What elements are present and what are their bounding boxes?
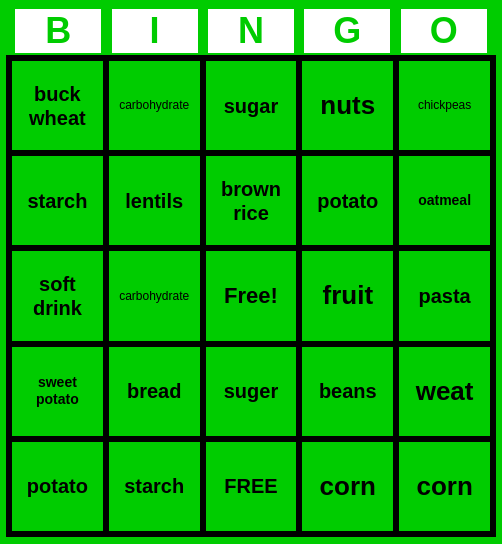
cell-4-1: starch xyxy=(106,439,203,534)
bingo-card: BINGO buck wheatcarbohydratesugarnutschi… xyxy=(6,7,496,537)
cell-4-3: corn xyxy=(299,439,396,534)
cell-0-1: carbohydrate xyxy=(106,58,203,153)
cell-4-0: potato xyxy=(9,439,106,534)
cell-4-4: corn xyxy=(396,439,493,534)
cell-3-2: suger xyxy=(203,344,300,439)
cell-4-2: FREE xyxy=(203,439,300,534)
cell-2-3: fruit xyxy=(299,248,396,343)
cell-0-3: nuts xyxy=(299,58,396,153)
cell-1-2: brown rice xyxy=(203,153,300,248)
cell-0-0: buck wheat xyxy=(9,58,106,153)
header-letter: N xyxy=(208,9,294,53)
cell-2-2: Free! xyxy=(203,248,300,343)
cell-1-3: potato xyxy=(299,153,396,248)
cell-1-4: oatmeal xyxy=(396,153,493,248)
bingo-grid: buck wheatcarbohydratesugarnutschickpeas… xyxy=(6,55,496,537)
header-letter: I xyxy=(112,9,198,53)
cell-3-3: beans xyxy=(299,344,396,439)
cell-0-2: sugar xyxy=(203,58,300,153)
cell-2-0: soft drink xyxy=(9,248,106,343)
header-letter: B xyxy=(15,9,101,53)
cell-3-0: sweet potato xyxy=(9,344,106,439)
header-letter: G xyxy=(304,9,390,53)
cell-2-1: carbohydrate xyxy=(106,248,203,343)
cell-3-1: bread xyxy=(106,344,203,439)
cell-1-1: lentils xyxy=(106,153,203,248)
cell-3-4: weat xyxy=(396,344,493,439)
cell-1-0: starch xyxy=(9,153,106,248)
header-letter: O xyxy=(401,9,487,53)
bingo-header: BINGO xyxy=(6,7,496,55)
cell-0-4: chickpeas xyxy=(396,58,493,153)
cell-2-4: pasta xyxy=(396,248,493,343)
